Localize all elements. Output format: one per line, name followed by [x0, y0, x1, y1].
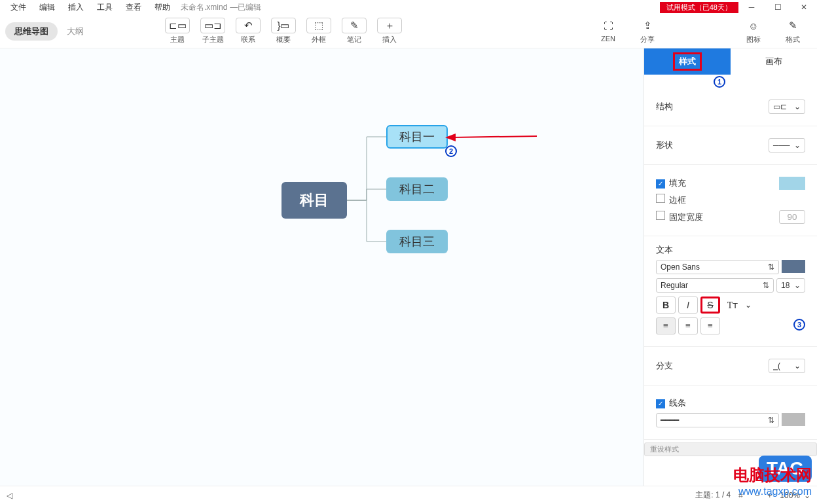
section-branch: 分支 ⎯(⌄ [644, 347, 817, 386]
zoom-out-button[interactable]: − [755, 491, 759, 500]
menu-file[interactable]: 文件 [4, 1, 33, 14]
chevron-down-icon: ⌄ [794, 102, 801, 111]
updown-icon: ⇅ [763, 281, 769, 290]
menu-insert[interactable]: 插入 [62, 1, 90, 14]
font-size-select[interactable]: 18⌄ [776, 278, 805, 293]
maximize-button[interactable]: ☐ [765, 0, 791, 14]
tool-note[interactable]: ✎笔记 [339, 18, 369, 45]
tool-group: ⊏▭主题 ▭⊐子主题 ↶联系 }▭概要 ⬚外框 ✎笔记 ＋插入 [162, 18, 405, 45]
label-fixedwidth: 固定宽度 [669, 212, 703, 222]
tool-insert[interactable]: ＋插入 [374, 18, 405, 45]
menu-tools[interactable]: 工具 [90, 1, 119, 14]
fill-checkbox[interactable]: ✓ [656, 179, 665, 189]
tool-share[interactable]: ⇪分享 [632, 18, 663, 45]
chevron-down-icon: ⌄ [794, 361, 801, 370]
align-right-button[interactable]: ≡ [700, 317, 720, 334]
canvas[interactable]: 科目 科目一 科目二 科目三 2 [0, 48, 644, 486]
tool-emoji[interactable]: ☺图标 [738, 18, 769, 45]
line-color-swatch[interactable] [782, 413, 805, 426]
toolbar-far-right: ☺图标 ✎格式 [738, 18, 808, 45]
font-color-swatch[interactable] [782, 260, 805, 273]
annotation-num-2: 2 [445, 145, 457, 157]
align-left-button[interactable]: ≡ [656, 317, 676, 334]
font-weight-select[interactable]: Regular⇅ [656, 278, 774, 293]
chevron-down-icon[interactable]: ⌄ [745, 300, 752, 310]
menu-help[interactable]: 帮助 [148, 1, 177, 14]
node-sub2[interactable]: 科目二 [386, 177, 448, 201]
label-shape: 形状 [656, 139, 673, 151]
tab-outline[interactable]: 大纲 [67, 26, 84, 37]
map-icon[interactable]: ⌗ [738, 491, 743, 500]
chevron-down-icon: ⌄ [794, 281, 801, 290]
strikethrough-button[interactable]: S [700, 297, 720, 314]
trial-badge: 试用模式（已48天） [660, 2, 738, 13]
side-tab-canvas[interactable]: 画布 [731, 48, 817, 75]
section-fill: ✓填充 边框 固定宽度 [644, 165, 817, 236]
text-case-button[interactable]: Tᴛ [723, 297, 742, 314]
boundary-icon: ⬚ [306, 18, 331, 33]
svg-marker-1 [445, 134, 456, 141]
structure-select[interactable]: ▭⊏⌄ [769, 99, 805, 114]
edit-state: —已编辑 [230, 2, 261, 13]
fixedwidth-input[interactable] [779, 210, 805, 224]
section-line: ✓线条 ━━━━⇅ [644, 386, 817, 440]
tool-subtopic[interactable]: ▭⊐子主题 [198, 18, 228, 45]
zoom-level[interactable]: 100% [780, 491, 800, 500]
node-sub1-selected[interactable]: 科目一 [386, 125, 448, 149]
line-style-icon: ━━━━ [661, 416, 679, 425]
share-icon: ⇪ [638, 18, 657, 33]
label-border: 边框 [669, 195, 686, 205]
tool-summary[interactable]: }▭概要 [268, 18, 299, 45]
structure-icon: ▭⊏ [773, 102, 787, 111]
tool-topic[interactable]: ⊏▭主题 [162, 18, 192, 45]
tool-boundary[interactable]: ⬚外框 [304, 18, 334, 45]
label-line: 线条 [669, 398, 686, 408]
shape-select[interactable]: ───⌄ [769, 138, 805, 153]
section-structure: 结构 ▭⊏⌄ [644, 88, 817, 126]
branch-select[interactable]: ⎯(⌄ [769, 359, 805, 373]
fixedwidth-checkbox[interactable] [656, 211, 665, 220]
node-main[interactable]: 科目 [281, 182, 347, 219]
side-tab-style[interactable]: 样式 [644, 48, 731, 75]
label-branch: 分支 [656, 360, 673, 372]
align-center-button[interactable]: ≡ [678, 317, 698, 334]
shape-line-icon: ─── [773, 141, 790, 150]
border-checkbox[interactable] [656, 194, 665, 203]
statusbar: ◁ 主题: 1 / 4 ⌗ − + 100% ⌄ [0, 486, 817, 504]
tool-zen[interactable]: ⛶ZEN [593, 18, 623, 45]
close-button[interactable]: ✕ [791, 0, 817, 14]
topic-icon: ⊏▭ [165, 18, 190, 33]
status-topic-count: 主题: 1 / 4 [695, 490, 731, 501]
relation-icon: ↶ [236, 18, 261, 33]
tab-mindmap[interactable]: 思维导图 [5, 22, 58, 41]
tool-relation[interactable]: ↶联系 [233, 18, 263, 45]
line-checkbox[interactable]: ✓ [656, 399, 665, 408]
branch-icon: ⎯( [773, 361, 780, 370]
scroll-left-icon[interactable]: ◁ [7, 491, 12, 500]
node-sub3[interactable]: 科目三 [386, 230, 448, 253]
minimize-button[interactable]: ─ [738, 0, 765, 14]
italic-button[interactable]: I [678, 297, 698, 314]
bold-button[interactable]: B [656, 297, 676, 314]
font-family-select[interactable]: Open Sans⇅ [656, 260, 779, 274]
label-structure: 结构 [656, 101, 673, 113]
menu-edit[interactable]: 编辑 [33, 1, 62, 14]
main-menu: 文件 编辑 插入 工具 查看 帮助 [0, 1, 177, 14]
menu-view[interactable]: 查看 [119, 1, 148, 14]
updown-icon: ⇅ [768, 262, 774, 272]
toolbar-right: ⛶ZEN ⇪分享 [593, 18, 663, 45]
annotation-arrow [445, 131, 537, 144]
side-tabs: 样式 画布 [644, 48, 817, 75]
zoom-in-button[interactable]: + [767, 491, 772, 500]
format-icon: ✎ [783, 18, 803, 33]
line-style-select[interactable]: ━━━━⇅ [656, 413, 779, 427]
chevron-down-icon[interactable]: ⌄ [804, 491, 810, 500]
updown-icon: ⇅ [768, 416, 774, 425]
svg-line-0 [452, 136, 537, 137]
reset-style-button[interactable]: 重设样式 [644, 442, 817, 456]
fill-color-swatch[interactable] [779, 177, 805, 190]
label-fill: 填充 [669, 178, 686, 188]
subtopic-icon: ▭⊐ [200, 18, 225, 33]
tool-format[interactable]: ✎格式 [778, 18, 808, 45]
document-filename: 未命名.xmind [181, 2, 227, 13]
